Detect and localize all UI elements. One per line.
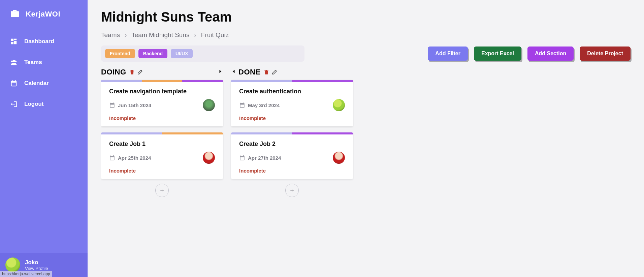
svg-marker-0 [220, 70, 222, 73]
status-badge: Incomplete [109, 115, 215, 121]
crumb-teams[interactable]: Teams [101, 31, 120, 39]
card-title: Create Job 2 [239, 141, 345, 148]
assignee-avatar [333, 99, 345, 111]
task-card[interactable]: Create authenticationMay 3rd 2024Incompl… [231, 80, 353, 126]
crumb-project[interactable]: Fruit Quiz [201, 31, 229, 39]
status-url: https://kerja-woi.vercel.app [0, 271, 52, 277]
caret-left-icon[interactable] [231, 69, 236, 75]
column-title: DONE [238, 68, 261, 76]
filter-bar: Frontend Backend UI/UX [101, 45, 304, 62]
sidebar-item-label: Calendar [24, 80, 49, 87]
add-section-button[interactable]: Add Section [527, 47, 574, 61]
assignee-avatar [203, 152, 215, 164]
filter-chip-frontend[interactable]: Frontend [105, 49, 135, 58]
assignee-avatar [203, 99, 215, 111]
logout-icon [10, 100, 18, 108]
add-filter-button[interactable]: Add Filter [428, 47, 468, 61]
column: DONECreate authenticationMay 3rd 2024Inc… [231, 68, 353, 197]
card-date: Apr 27th 2024 [239, 155, 281, 161]
sidebar: KerjaWOI Dashboard Teams Calendar Logout… [0, 0, 88, 277]
sidebar-item-teams[interactable]: Teams [0, 53, 88, 71]
profile-bar[interactable]: Joko View Profile https://kerja-woi.verc… [0, 253, 88, 277]
sidebar-item-calendar[interactable]: Calendar [0, 74, 88, 92]
crumb-team[interactable]: Team Midnight Suns [131, 31, 189, 39]
status-badge: Incomplete [109, 168, 215, 174]
trash-icon[interactable] [263, 69, 269, 75]
column-title: DOING [101, 68, 126, 76]
card-title: Create Job 1 [109, 141, 215, 148]
add-card-button[interactable]: + [155, 184, 169, 197]
chevron-right-icon: › [194, 31, 196, 39]
status-badge: Incomplete [239, 115, 345, 121]
sidebar-item-label: Logout [24, 101, 44, 107]
card-stripe [101, 132, 223, 134]
card-title: Create navigation template [109, 88, 215, 95]
briefcase-icon [9, 8, 20, 20]
card-date: Apr 25th 2024 [109, 155, 151, 161]
avatar [5, 257, 20, 272]
trash-icon[interactable] [129, 69, 135, 75]
add-card-button[interactable]: + [285, 184, 299, 197]
nav: Dashboard Teams Calendar Logout [0, 27, 88, 119]
delete-project-button[interactable]: Delete Project [580, 47, 631, 61]
chevron-right-icon: › [125, 31, 127, 39]
edit-icon[interactable] [271, 69, 278, 75]
assignee-avatar [333, 152, 345, 164]
calendar-icon [10, 80, 18, 87]
export-excel-button[interactable]: Export Excel [474, 47, 521, 61]
brand[interactable]: KerjaWOI [0, 0, 88, 27]
toolbar: Frontend Backend UI/UX Add Filter Export… [101, 45, 631, 62]
status-badge: Incomplete [239, 168, 345, 174]
task-card[interactable]: Create navigation templateJun 15th 2024I… [101, 80, 223, 126]
edit-icon[interactable] [137, 69, 143, 75]
caret-right-icon[interactable] [218, 69, 223, 75]
main: Midnight Suns Team Teams › Team Midnight… [88, 0, 644, 277]
task-card[interactable]: Create Job 2Apr 27th 2024Incomplete [231, 132, 353, 179]
profile-name: Joko [25, 259, 48, 266]
board-scroll[interactable]: DOINGCreate navigation templateJun 15th … [101, 68, 631, 204]
filter-chip-uiux[interactable]: UI/UX [171, 49, 193, 58]
card-stripe [231, 80, 353, 82]
brand-title: KerjaWOI [26, 10, 60, 19]
column-header: DONE [231, 68, 353, 76]
filter-chip-backend[interactable]: Backend [138, 49, 167, 58]
board: DOINGCreate navigation templateJun 15th … [101, 68, 631, 197]
column-header: DOING [101, 68, 223, 76]
page-title: Midnight Suns Team [101, 9, 631, 25]
svg-marker-1 [233, 70, 235, 73]
view-profile-link[interactable]: View Profile [25, 266, 48, 271]
card-date: May 3rd 2024 [239, 102, 280, 108]
card-date: Jun 15th 2024 [109, 102, 151, 108]
sidebar-item-label: Teams [24, 59, 42, 66]
sidebar-item-logout[interactable]: Logout [0, 95, 88, 113]
column: DOINGCreate navigation templateJun 15th … [101, 68, 223, 197]
dashboard-icon [10, 38, 18, 45]
teams-icon [10, 59, 18, 66]
card-title: Create authentication [239, 88, 345, 95]
task-card[interactable]: Create Job 1Apr 25th 2024Incomplete [101, 132, 223, 179]
card-stripe [231, 132, 353, 134]
card-stripe [101, 80, 223, 82]
breadcrumb: Teams › Team Midnight Suns › Fruit Quiz [101, 31, 631, 39]
sidebar-item-dashboard[interactable]: Dashboard [0, 32, 88, 51]
sidebar-item-label: Dashboard [24, 38, 54, 45]
